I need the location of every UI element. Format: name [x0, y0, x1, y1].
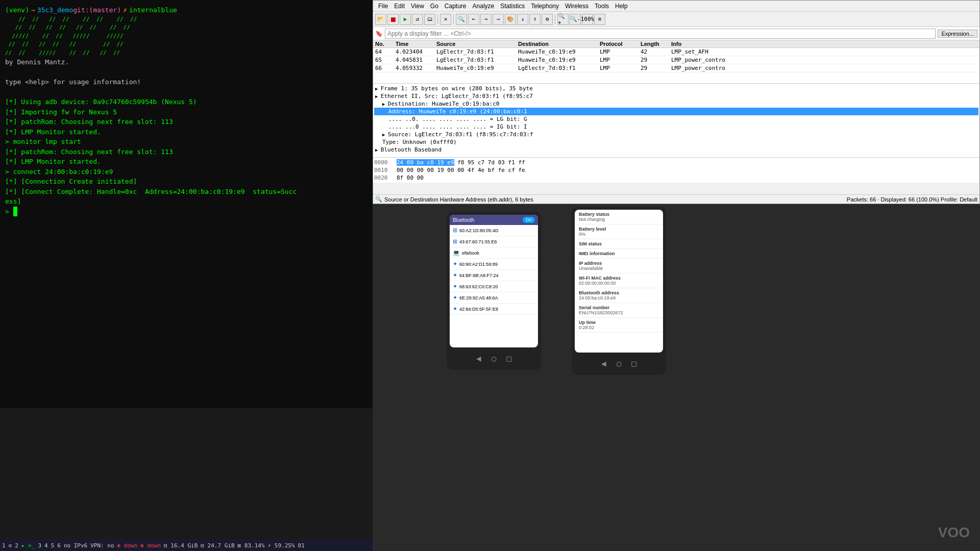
bt-device-1[interactable]: ⊞ 60:A2:1D:80:05:4D	[450, 225, 538, 236]
toolbar-files[interactable]: 🗂	[424, 14, 435, 25]
toolbar-close[interactable]: ✕	[440, 14, 451, 25]
pkt-64-time: 4.023404	[395, 48, 435, 55]
bt-device-name-2: 43:67:60:71:55:E6	[459, 239, 497, 244]
phone2-back-btn[interactable]: ◀	[601, 359, 606, 368]
statusbar-addr-info: Source or Destination Hardware Address (…	[384, 196, 533, 203]
statusbar-packets-info: Packets: 66 · Displayed: 66 (100.0%) Pro…	[847, 196, 977, 203]
toolbar-arrow-down[interactable]: ↓	[517, 14, 528, 25]
bt-device-3[interactable]: 💻 eltebook	[450, 247, 538, 259]
phone1-recent-btn[interactable]: □	[506, 354, 511, 363]
pkt-65-time: 4.045831	[395, 57, 435, 63]
info-battery-status-label: Battery status	[579, 212, 659, 217]
info-sim-status: SIM status	[575, 239, 663, 249]
hex-display: 0000 24 00 ba c0 19 e9 f8 95 c7 7d 03 f1…	[374, 159, 978, 182]
phone2-recent-btn[interactable]: □	[631, 359, 636, 368]
toolbar-settings[interactable]: ⚙	[542, 14, 553, 25]
menu-analyze[interactable]: Analyze	[470, 3, 498, 10]
menu-capture[interactable]: Capture	[442, 3, 470, 10]
packet-row-64[interactable]: 64 4.023404 LgElectr_7d:03:f1 HuaweiTe_c…	[373, 48, 979, 56]
packet-detail[interactable]: Frame 1: 35 bytes on wire (280 bits), 35…	[373, 84, 979, 158]
bt-computer-icon: 💻	[453, 249, 460, 256]
sb-ipv6: no IPv6	[64, 542, 87, 549]
wireshark-menubar[interactable]: File Edit View Go Capture Analyze Statis…	[373, 1, 979, 12]
term-line-3: [*] patchRom: Choosing next free slot: 1…	[5, 117, 368, 127]
toolbar-search[interactable]: 🔍	[456, 14, 467, 25]
info-bt-addr-label: Bluetooth address	[579, 290, 659, 295]
toolbar-colorize[interactable]: 🎨	[505, 14, 516, 25]
toolbar-zoom-out[interactable]: 🔍-	[570, 14, 581, 25]
bt-device-name-6: 68:63:62:C0:C8:20	[459, 284, 498, 289]
detail-frame[interactable]: Frame 1: 35 bytes on wire (280 bits), 35…	[374, 85, 978, 92]
detail-address[interactable]: Address: HuaweiTe c0:19:e9 (24:00:ba:c0:…	[374, 108, 978, 115]
menu-tools[interactable]: Tools	[592, 3, 612, 10]
packet-list[interactable]: No. Time Source Destination Protocol Len…	[373, 40, 979, 84]
detail-destination[interactable]: Destination: HuaweiTe_c0:19:ba:c0	[374, 100, 978, 108]
packet-row-66[interactable]: 66 4.059332 HuaweiTe_c0:19:e9 LgElectr_7…	[373, 64, 979, 72]
toolbar-start[interactable]: ▶	[400, 14, 411, 25]
menu-view[interactable]: View	[408, 3, 427, 10]
bt-device-7[interactable]: ✦ 6E:29:92:A5:48:6A	[450, 292, 538, 304]
info-ip-value: Unavailable	[579, 266, 659, 271]
term-prompt-final[interactable]: >	[5, 207, 368, 217]
toolbar-stop[interactable]: ⏹	[387, 14, 399, 25]
info-serial-value: ENU7N1S823002672	[579, 310, 659, 315]
terminal-prompt-line: (venv) → 35c3_demo git:(master) ✗ intern…	[5, 5, 368, 15]
detail-lg-bit: .... ..0. .... .... .... .... = LG bit: …	[374, 115, 978, 123]
toolbar-columns[interactable]: ≡	[594, 14, 605, 25]
pkt-65-dst: HuaweiTe_c0:19:e9	[517, 57, 599, 63]
toolbar-zoom-reset[interactable]: 100%	[582, 14, 593, 25]
terminal-panel[interactable]: (venv) → 35c3_demo git:(master) ✗ intern…	[0, 0, 373, 408]
phone2-nav[interactable]: ◀ ○ □	[572, 356, 666, 371]
pkt-65-proto: LMP	[599, 57, 640, 63]
filter-input[interactable]	[385, 29, 936, 39]
phone1-back-btn[interactable]: ◀	[476, 354, 481, 363]
packet-row-65[interactable]: 65 4.045831 LgElectr_7d:03:f1 HuaweiTe_c…	[373, 56, 979, 64]
detail-source[interactable]: Source: LgElectr_7d:03:f1 (f8:95:c7:7d:0…	[374, 131, 978, 138]
detail-ethernet[interactable]: Ethernet II, Src: LgElectr_7d:03:f1 (f8:…	[374, 92, 978, 100]
toolbar-sep2	[453, 14, 454, 24]
bt-device-2[interactable]: ⊞ 43:67:60:71:55:E6	[450, 236, 538, 247]
pkt-64-proto: LMP	[599, 48, 640, 55]
col-info: Info	[670, 41, 978, 47]
toolbar-arrow-up[interactable]: ↑	[529, 14, 541, 25]
pkt-66-dst: LgElectr_7d:03:f1	[517, 65, 599, 71]
bt-title: Bluetooth	[453, 217, 474, 223]
menu-wireless[interactable]: Wireless	[562, 3, 592, 10]
toolbar-sep1	[437, 14, 438, 24]
expression-button[interactable]: Expression...	[938, 30, 977, 38]
prompt-arrow2: ✗	[123, 5, 127, 15]
wireshark-toolbar[interactable]: 📂 ⏹ ▶ ↺ 🗂 ✕ 🔍 ← → ⇒ 🎨 ↓ ↑ ⚙ 🔍+ 🔍- 100% ≡	[373, 12, 979, 27]
bt-device-8[interactable]: ✦ 42:84:D5:5F:5F:E8	[450, 304, 538, 315]
menu-telephony[interactable]: Telephony	[528, 3, 562, 10]
menu-edit[interactable]: Edit	[391, 3, 408, 10]
menu-file[interactable]: File	[375, 3, 391, 10]
toolbar-back[interactable]: ←	[468, 14, 479, 25]
info-battery-level-value: 0%	[579, 232, 659, 237]
wireshark-filterbar[interactable]: 🔖 Expression...	[373, 27, 979, 40]
detail-bt-baseband[interactable]: Bluetooth Baseband	[374, 146, 978, 154]
hex-highlighted: 24 00 ba c0 19 e9	[397, 159, 454, 166]
toolbar-zoom-in[interactable]: 🔍+	[557, 14, 569, 25]
menu-go[interactable]: Go	[427, 3, 442, 10]
pkt-66-info: LMP_power_contro	[670, 65, 978, 71]
toolbar-restart[interactable]: ↺	[412, 14, 423, 25]
phone1-home-btn[interactable]: ○	[492, 354, 497, 363]
toolbar-open[interactable]: 📂	[375, 14, 386, 25]
menu-help[interactable]: Help	[612, 3, 631, 10]
bt-toggle[interactable]: On	[523, 217, 535, 223]
bt-device-4[interactable]: ✦ 60:90:A2:D1:59:89	[450, 259, 538, 270]
toolbar-go[interactable]: ⇒	[493, 14, 504, 25]
bt-device-5[interactable]: ✦ 64:BF:6B:A8:F7:24	[450, 270, 538, 281]
col-source: Source	[435, 41, 517, 47]
menu-statistics[interactable]: Statistics	[497, 3, 528, 10]
bt-device-6[interactable]: ✦ 68:63:62:C0:C8:20	[450, 281, 538, 292]
info-serial-label: Serial number	[579, 305, 659, 310]
phone1-nav[interactable]: ◀ ○ □	[447, 350, 541, 366]
phone2-home-btn[interactable]: ○	[617, 359, 622, 368]
bt-device-name-5: 64:BF:6B:A8:F7:24	[459, 273, 499, 278]
sb-mem2: ⊟ 24.7 GiB	[201, 542, 234, 549]
bt-icon-7: ✦	[453, 294, 457, 301]
toolbar-forward[interactable]: →	[480, 14, 492, 25]
info-ip-label: IP address	[579, 261, 659, 266]
term-line-8: [*] [Connect Complete: Handle=0xc Addres…	[5, 187, 368, 197]
